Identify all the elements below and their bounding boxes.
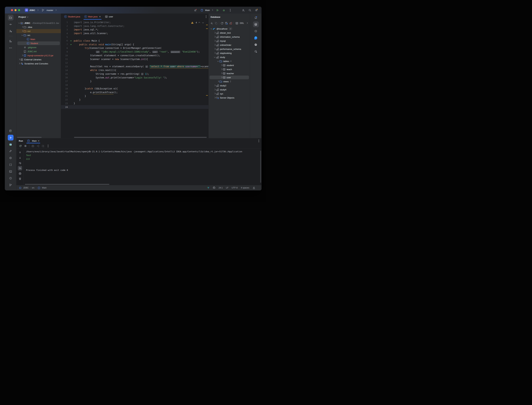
console-vertical-scrollbar[interactable] [260,151,261,183]
database-item-study[interactable]: study [209,55,250,59]
code-editor[interactable]: 4 1import java.io.PrintWriter;2import ja… [61,20,208,138]
code-line-24[interactable]: 24 [61,105,208,109]
chevron-down-icon[interactable] [21,34,23,36]
project-item-jdbc-iml[interactable]: JDBC.iml [16,49,61,54]
tool-window-button-copilot-chat[interactable] [253,48,259,54]
tab-options-icon[interactable] [206,15,206,18]
chevron-right-icon[interactable] [213,88,216,91]
print-button[interactable] [18,171,22,176]
vcs-widget[interactable]: master [41,9,57,12]
database-item-study4[interactable]: study4 [209,88,250,92]
code-line-18[interactable]: 18 [61,83,208,87]
code-line-7[interactable]: 7▶ public static void main(String[] args… [61,43,208,46]
tool-window-button-commit[interactable] [8,21,13,27]
code-line-15[interactable]: 15 String username = res.getString( i: 1… [61,72,208,76]
chevron-right-icon[interactable] [213,96,216,99]
tool-window-button-profiler[interactable] [8,155,13,161]
refresh-button[interactable] [221,22,223,25]
database-item-ebean-test[interactable]: ebean_test [209,31,250,35]
code-line-2[interactable]: 2import java.lang.reflect.Constructor; [61,24,208,28]
chevron-down-icon[interactable] [217,60,219,62]
scrollbar-warning-mark[interactable] [206,25,208,25]
disconnect-button[interactable] [229,22,232,25]
chevron-right-icon[interactable] [21,30,23,33]
chevron-right-icon[interactable] [213,35,216,38]
snapshot-button[interactable] [31,144,34,147]
database-item-tables[interactable]: tables4 [209,59,250,63]
settings-button[interactable] [255,9,259,12]
database-panel-header[interactable]: Database [209,14,250,20]
code-line-1[interactable]: 1import java.io.PrintWriter; [61,20,208,24]
database-item-teacher[interactable]: teacher [209,71,250,75]
v-plugin-icon[interactable] [207,187,209,189]
tool-window-button-problems[interactable] [8,175,13,181]
run-configuration-button[interactable]: Main [200,9,213,12]
chevron-right-icon[interactable] [213,44,216,46]
close-icon[interactable]: ✕ [99,15,101,18]
down-stacktrace-button[interactable] [18,155,22,160]
close-window-button[interactable] [11,9,13,11]
chevron-right-icon[interactable] [213,40,216,42]
scrollbar-warning-mark[interactable] [206,95,208,96]
code-line-4[interactable]: 4import java.util.Scanner; [61,31,208,35]
file-writable-icon[interactable] [252,186,255,189]
database-item-views[interactable]: views2 [209,80,250,83]
code-line-10[interactable]: 10 Statement statement = connection.crea… [61,54,208,57]
project-horizontal-scrollbar[interactable] [17,137,41,138]
database-item-teach[interactable]: teach [209,67,250,71]
editor-horizontal-scrollbar[interactable] [74,137,207,138]
run-line-icon[interactable]: ▶ [71,44,72,45]
code-line-19[interactable]: 19 }catch (SQLException e){ [61,87,208,90]
chevron-right-icon[interactable] [213,84,216,87]
project-item-student[interactable]: CStudent [16,41,61,45]
tool-window-button-bookmarks[interactable] [8,162,13,168]
chevron-right-icon[interactable] [220,76,223,79]
chevron-right-icon[interactable] [21,26,23,28]
code-line-11[interactable]: 11 Scanner scanner = new Scanner(System.… [61,57,208,61]
code-line-22[interactable]: 22 } [61,98,208,101]
database-item-staybooking[interactable]: staybooking [209,51,250,55]
code-line-5[interactable]: 5 [61,35,208,39]
breadcrumb-main[interactable]: CMain [38,186,47,189]
project-item-gitignore[interactable]: ⊘.gitignore [16,45,61,49]
scrollbar-warning-mark[interactable] [206,28,208,29]
database-item-performance-schema[interactable]: performance_schema [209,47,250,51]
editor-tab-user[interactable]: user [103,14,115,20]
data-source-properties-button[interactable] [225,22,228,25]
project-panel-header[interactable]: Project [16,14,61,20]
tool-window-button-more-tool-windows[interactable] [8,45,13,51]
zoom-window-button[interactable] [18,9,20,11]
chevron-right-icon[interactable] [213,52,216,54]
code-line-14[interactable]: 14 while (res.next()){ [61,68,208,72]
more-button[interactable] [47,144,49,147]
code-line-9[interactable]: 9 url: "jdbc:mysql://localhost:3306/stud… [61,50,208,54]
run-tab-main[interactable]: Main ✕ [26,138,40,143]
chevron-right-icon[interactable] [220,72,223,75]
chevron-right-icon[interactable] [213,48,216,50]
code-line-23[interactable]: 23} [61,101,208,105]
breadcrumb-src[interactable]: src [32,187,35,189]
prev-warning-button[interactable] [198,21,201,24]
database-item-onlineorder[interactable]: onlineOrder [209,43,250,47]
github-copilot-status-icon[interactable] [213,186,215,189]
chevron-down-icon[interactable] [210,27,213,30]
tool-window-button-pull-requests[interactable]: ? [8,28,13,34]
project-item-out[interactable]: out [16,29,61,33]
project-item-src[interactable]: src [16,33,61,37]
file-encoding[interactable]: UTF-8 [232,187,238,189]
database-item-server-objects[interactable]: Server Objects [209,96,250,100]
minimize-window-button[interactable] [14,9,17,11]
chevron-right-icon[interactable] [246,22,248,25]
ddl-mode-label[interactable]: DDL [240,22,244,24]
tool-window-button-run-tool[interactable] [8,135,13,141]
search-everywhere-button[interactable] [249,9,252,12]
tool-window-button-project[interactable] [8,15,13,20]
chevron-right-icon[interactable] [18,62,20,65]
project-widget[interactable]: JD JDBC [25,8,39,12]
tool-window-button-database[interactable] [253,21,259,27]
project-item-mysql-connector-j-8-2-0-jar[interactable]: mysql-connector-j-8.2.0.jar [16,54,61,57]
code-line-12[interactable]: 12 [61,61,208,65]
chevron-right-icon[interactable] [18,58,20,61]
rerun-button[interactable] [19,144,22,147]
inspections-widget[interactable]: 4 [191,21,204,24]
